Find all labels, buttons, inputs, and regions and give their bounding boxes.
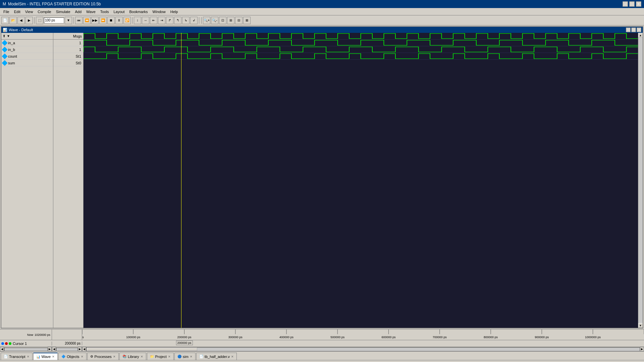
minimize-button[interactable]: ─ [623,1,628,7]
hscroll-main-track[interactable] [86,347,640,351]
menu-simulate[interactable]: Simulate [54,9,72,14]
timestep-down[interactable]: ▼ [65,17,72,24]
step-button[interactable]: ⏩ [99,17,107,24]
sep4 [199,17,199,24]
hscroll-right-arrow-left[interactable]: ▶ [48,347,52,351]
scroll-down-button[interactable]: ▼ [638,323,643,328]
wave-btn4[interactable]: ⇥ [158,17,165,24]
menu-layout[interactable]: Layout [112,9,127,14]
stop-button[interactable]: ⏹ [107,17,115,24]
hscroll-left-arrow2[interactable]: ◀ [52,347,56,351]
tab-close-processes[interactable]: ✕ [113,355,116,358]
wave-btn6[interactable]: ↰ [174,17,181,24]
menu-tools[interactable]: Tools [98,9,111,14]
tab-wave[interactable]: 📊 Wave ✕ [33,353,58,360]
back-button[interactable]: ◀ [17,17,25,24]
wave-close-btn[interactable]: ✕ [637,27,641,32]
new-button[interactable]: 📄 [1,17,9,24]
hscroll-left-arrow[interactable]: ◀ [0,347,4,351]
tab-sim[interactable]: 🔵 sim ✕ [174,353,196,360]
zoom-sel-button[interactable]: ⊟ [235,17,243,24]
signal-name-in-a: in_a [8,41,15,45]
hscroll-main-right-arrow[interactable]: ▶ [640,347,644,351]
zoom-fit-button[interactable]: ⊡ [219,17,226,24]
tab-close-library[interactable]: ✕ [141,355,143,358]
hscroll-thumb[interactable] [87,348,197,351]
time-ruler: ps 100000 ps 200000 ps 300000 ps 400000 … [82,329,644,340]
timestep-input[interactable] [44,17,64,23]
scroll-up-button[interactable]: ▲ [638,33,643,38]
zoom-in-button[interactable]: 🔍+ [203,17,210,24]
dot-green [9,342,11,345]
zoom-last-button[interactable]: ⊠ [243,17,251,24]
signal-sort-icon[interactable]: ⬆ [3,34,5,38]
tab-close-tb[interactable]: ✕ [231,355,234,358]
wave-display[interactable] [84,33,638,328]
cursor-left-panel: Cursor 1 [0,342,52,346]
tab-close-objects[interactable]: ✕ [81,355,84,358]
time-label-800k: 800000 ps [484,336,498,339]
wave-minimize-btn[interactable]: ─ [626,27,631,32]
menu-bookmarks[interactable]: Bookmarks [127,9,150,14]
zoom-out-button[interactable]: 🔍- [211,17,218,24]
waveform-in-a [84,33,638,39]
tab-tb-half-adder[interactable]: 📄 tb_half_adder.v ✕ [196,353,237,360]
wave-maximize-btn[interactable]: □ [631,27,636,32]
close-button[interactable]: ✕ [636,1,641,7]
signal-name-in-b: in_b [8,48,15,52]
signal-filter-icon[interactable]: ▼ [7,34,10,38]
wave-btn8[interactable]: ↲ [190,17,198,24]
signal-name-count: count [8,54,17,58]
menu-view[interactable]: View [23,9,35,14]
cursor-status-row: Cursor 1 200000 ps 200000 ps [0,340,644,347]
wave-canvas-area [84,33,638,328]
zoom-full-button[interactable]: ⊞ [227,17,234,24]
maximize-button[interactable]: □ [629,1,635,7]
wave-btn7[interactable]: ↳ [182,17,190,24]
tab-transcript[interactable]: 📄 Transcript ✕ [1,353,33,360]
select-button[interactable]: ⬚ [36,17,43,24]
hscroll-main-left-arrow[interactable]: ◀ [82,347,86,351]
menu-edit[interactable]: Edit [12,9,22,14]
tab-close-transcript[interactable]: ✕ [27,355,30,358]
wave-btn3[interactable]: ⇤ [150,17,157,24]
menu-window[interactable]: Window [151,9,168,14]
time-label-1000k: 1000000 ps [585,336,601,339]
now-time-label: Now [27,333,33,337]
restart-button[interactable]: ⏮ [75,17,83,24]
wave-window-icon: 📊 [3,28,7,32]
menu-add[interactable]: Add [73,9,84,14]
loop-button[interactable]: 🔁 [123,17,131,24]
open-button[interactable]: 📂 [9,17,17,24]
tab-icon-wave: 📊 [36,355,40,359]
tab-icon-project: 📁 [150,355,154,358]
dot-red [5,342,8,345]
menu-compile[interactable]: Compile [36,9,53,14]
tab-close-sim[interactable]: ✕ [190,355,193,358]
forward-button[interactable]: ▶ [25,17,33,24]
wave-btn5[interactable]: ↱ [166,17,173,24]
msgs-panel: Msgs 1 1 St1 St0 [53,33,84,328]
menu-wave[interactable]: Wave [84,9,98,14]
signal-icon-sum [2,60,8,66]
step-back-button[interactable]: ⏪ [83,17,91,24]
tab-project[interactable]: 📁 Project ✕ [147,353,174,360]
hscroll-right-arrow2[interactable]: ▶ [78,347,82,351]
wave-btn2[interactable]: ↔ [142,17,149,24]
wave-window-title: Wave - Default [9,28,33,32]
menu-help[interactable]: Help [168,9,180,14]
tab-library[interactable]: 📚 Library ✕ [119,353,146,360]
tab-icon-objects: 🔷 [61,355,65,358]
menu-file[interactable]: File [1,9,11,14]
tab-processes[interactable]: ⚙ Processes ✕ [87,353,119,360]
break-button[interactable]: ⏸ [115,17,123,24]
tab-close-project[interactable]: ✕ [168,355,171,358]
sep1 [34,17,35,24]
tab-close-wave[interactable]: ✕ [52,355,55,358]
tab-objects[interactable]: 🔷 Objects ✕ [58,353,86,360]
time-ruler-msgs [52,329,82,340]
scroll-track[interactable] [638,38,643,323]
run-button[interactable]: ▶▶ [91,17,99,24]
wave-btn1[interactable]: ↕ [134,17,141,24]
hscroll-track-left [4,348,48,351]
